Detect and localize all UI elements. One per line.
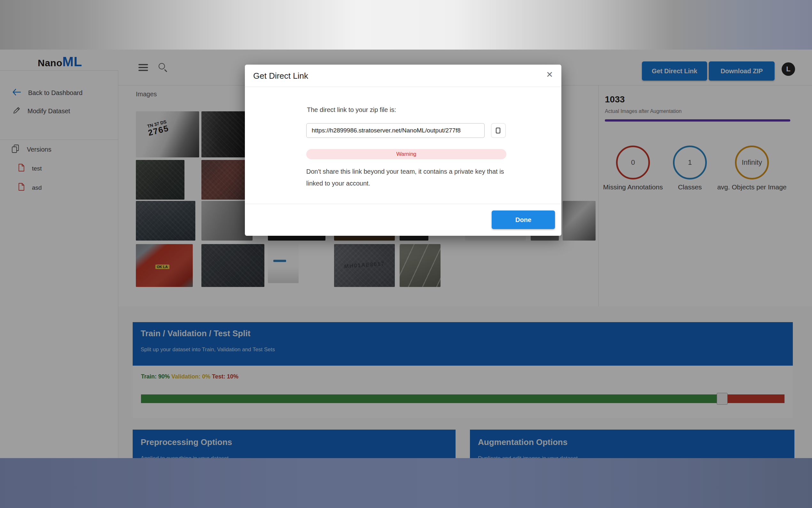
copy-button[interactable] xyxy=(491,123,506,138)
direct-link-input[interactable] xyxy=(306,123,485,138)
get-direct-link-modal: Get Direct Link ✕ The direct link to you… xyxy=(245,65,561,236)
desktop-background-bottom xyxy=(0,458,812,508)
screenshot-stage: Nano ML Back to Dashboard Modify Dataset xyxy=(0,0,812,508)
copy-icon xyxy=(496,128,500,133)
warning-badge: Warning xyxy=(306,149,507,159)
done-button[interactable]: Done xyxy=(492,211,555,229)
close-icon[interactable]: ✕ xyxy=(546,70,553,79)
modal-title: Get Direct Link xyxy=(253,71,308,81)
desktop-background-top xyxy=(0,0,812,50)
app-viewport: Nano ML Back to Dashboard Modify Dataset xyxy=(0,50,812,458)
modal-warning-note: Don't share this link beyond your team, … xyxy=(306,166,514,189)
warning-badge-text: Warning xyxy=(396,151,417,157)
direct-link-label: The direct link to your zip file is: xyxy=(307,106,396,114)
modal-header: Get Direct Link ✕ xyxy=(245,65,561,87)
